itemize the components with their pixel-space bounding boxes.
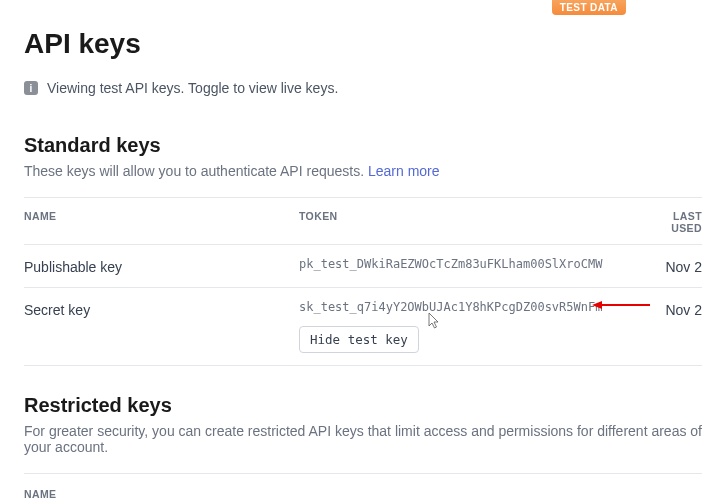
info-text: Viewing test API keys. Toggle to view li…: [47, 80, 338, 96]
restricted-keys-section: Restricted keys For greater security, yo…: [24, 394, 702, 500]
restricted-keys-desc: For greater security, you can create res…: [24, 423, 702, 455]
table-row: Secret key sk_test_q7i4yY2OWbUJAc1Y8hKPc…: [24, 287, 702, 365]
table-row: Publishable key pk_test_DWkiRaEZWOcTcZm8…: [24, 244, 702, 287]
standard-keys-title: Standard keys: [24, 134, 702, 157]
key-last-used: Nov 2: [659, 300, 702, 318]
standard-keys-desc: These keys will allow you to authenticat…: [24, 163, 702, 179]
key-name: Publishable key: [24, 257, 299, 275]
cursor-icon: [427, 312, 443, 330]
info-banner: i Viewing test API keys. Toggle to view …: [24, 80, 702, 96]
key-token[interactable]: sk_test_q7i4yY2OWbUJAc1Y8hKPcgDZ00svR5Wn…: [299, 300, 659, 353]
col-token: TOKEN: [299, 210, 659, 234]
restricted-table-header: NAME: [24, 473, 702, 500]
key-token[interactable]: pk_test_DWkiRaEZWOcTcZm83uFKLham00SlXroC…: [299, 257, 659, 271]
standard-keys-table: NAME TOKEN LAST USED Publishable key pk_…: [24, 197, 702, 366]
col-name: NAME: [24, 210, 299, 234]
hide-test-key-button[interactable]: Hide test key: [299, 326, 419, 353]
col-name: NAME: [24, 488, 702, 500]
restricted-keys-title: Restricted keys: [24, 394, 702, 417]
table-header: NAME TOKEN LAST USED: [24, 198, 702, 244]
col-last-used: LAST USED: [659, 210, 702, 234]
info-icon: i: [24, 81, 38, 95]
standard-keys-section: Standard keys These keys will allow you …: [24, 134, 702, 366]
page-title: API keys: [24, 28, 702, 60]
learn-more-link[interactable]: Learn more: [368, 163, 440, 179]
key-name: Secret key: [24, 300, 299, 318]
test-data-badge: TEST DATA: [552, 0, 626, 15]
page-container: API keys i Viewing test API keys. Toggle…: [0, 0, 726, 500]
key-last-used: Nov 2: [659, 257, 702, 275]
